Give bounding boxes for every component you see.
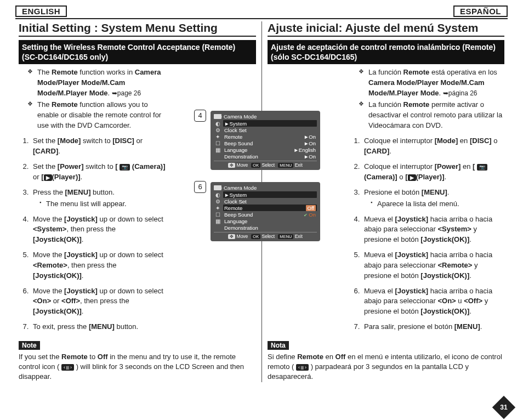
lcd: Camera Mode ◐⚙✦☐▦ ►System Clock Set Remo… bbox=[211, 182, 320, 241]
menu-badge: MENU bbox=[278, 163, 293, 168]
step: Coloque el interruptor [Power] en [ 📷 (C… bbox=[362, 162, 504, 183]
note-label-es: Nota bbox=[268, 341, 289, 350]
step: To exit, press the [MENU] button. bbox=[31, 322, 168, 332]
menu-item: Remote bbox=[224, 134, 242, 140]
step: Mueva el [Joystick] hacia arriba o hacia… bbox=[362, 286, 504, 317]
remote-icon: ‹⫼› bbox=[61, 364, 74, 371]
menu-item: Demonstration bbox=[224, 154, 258, 160]
lcd-icon-col: ◐⚙✦☐▦ bbox=[214, 120, 221, 160]
lcd: Camera Mode ◐⚙✦☐▦ ►System Clock Set Remo… bbox=[211, 111, 320, 170]
menu-item: System bbox=[229, 192, 247, 198]
menu-item: Clock Set bbox=[224, 127, 247, 133]
note-text-en: If you set the Remote to Off in the menu… bbox=[19, 352, 256, 382]
ok-badge: OK bbox=[251, 234, 260, 239]
intro-bullets-es: La función Remote está operativa en los … bbox=[350, 67, 504, 130]
language-row: ENGLISH ESPAÑOL bbox=[15, 5, 508, 17]
menu-item: Remote bbox=[224, 205, 242, 211]
lang-right: ESPAÑOL bbox=[453, 5, 508, 17]
move-icon: ✥ bbox=[228, 234, 235, 239]
lcd-icon-col: ◐⚙✦☐▦ bbox=[214, 191, 221, 231]
step: Para salir, presione el botón [MENU]. bbox=[362, 322, 504, 332]
menu-item: Beep Sound bbox=[224, 212, 253, 218]
step: Move the [Joystick] up or down to select… bbox=[31, 214, 168, 246]
step: Mueva el [Joystick] hacia arriba o hacia… bbox=[362, 250, 504, 281]
lcd-screenshots: 4 Camera Mode ◐⚙✦☐▦ ►System Clock Set Re… bbox=[211, 111, 326, 253]
lcd-screen-6: 6 Camera Mode ◐⚙✦☐▦ ►System Clock Set Re… bbox=[211, 182, 326, 241]
camera-icon: 📷 bbox=[120, 164, 130, 171]
play-icon: ▶ bbox=[408, 174, 416, 181]
bullet: The Remote function allows you to enable… bbox=[31, 100, 168, 131]
page-title-en: Initial Setting : System Menu Setting bbox=[19, 21, 256, 37]
lcd-hints: ✥ Move OK Select MENU Exit bbox=[214, 161, 317, 168]
remote-icon: ‹⫼› bbox=[296, 364, 309, 371]
section-bar-es: Ajuste de aceptación de control remoto i… bbox=[268, 40, 504, 64]
step: Move the [Joystick] up or down to select… bbox=[31, 250, 168, 281]
camera-icon: 📷 bbox=[477, 164, 487, 171]
camcorder-icon bbox=[214, 185, 221, 190]
menu-item: Demonstration bbox=[224, 225, 258, 231]
step-badge: 6 bbox=[194, 181, 206, 193]
step-badge: 4 bbox=[194, 110, 206, 122]
bullet: The Remote function works in Camera Mode… bbox=[31, 67, 168, 99]
note-block-en: Note If you set the Remote to Off in the… bbox=[19, 340, 256, 382]
note-label-en: Note bbox=[19, 341, 40, 350]
play-icon: ▶ bbox=[44, 174, 52, 181]
step: Coloque el interruptor [Mode] en [DISC] … bbox=[362, 136, 504, 157]
page-number-badge: 31 bbox=[492, 396, 515, 419]
steps-es: Coloque el interruptor [Mode] en [DISC] … bbox=[350, 136, 504, 332]
check-icon: ✔ bbox=[304, 213, 308, 218]
bullet: La función Remote permite activar o desa… bbox=[362, 100, 504, 131]
step: Mueva el [Joystick] hacia arriba o hacia… bbox=[362, 214, 504, 246]
step: Set the [Power] switch to [ 📷 (Camera)] … bbox=[31, 162, 168, 183]
note-block-es: Nota Si define Remote en Off en el menú … bbox=[268, 340, 504, 382]
menu-item: Language bbox=[224, 218, 247, 224]
value-off: Off bbox=[306, 205, 316, 211]
steps-en: Set the [Mode] switch to [DISC] or [CARD… bbox=[19, 136, 168, 332]
value-on: On bbox=[309, 212, 316, 218]
menu-badge: MENU bbox=[278, 234, 293, 239]
step: Presione el botón [MENU].Aparece la list… bbox=[362, 188, 504, 209]
lcd-mode: Camera Mode bbox=[224, 185, 257, 191]
menu-item: System bbox=[229, 121, 247, 127]
lcd-hints: ✥ Move OK Select MENU Exit bbox=[214, 232, 317, 239]
menu-item: Clock Set bbox=[224, 198, 247, 205]
lang-left: ENGLISH bbox=[15, 5, 67, 17]
lcd-screen-4: 4 Camera Mode ◐⚙✦☐▦ ►System Clock Set Re… bbox=[211, 111, 326, 170]
menu-item: Beep Sound bbox=[224, 140, 253, 146]
move-icon: ✥ bbox=[228, 163, 235, 168]
step: Move the [Joystick] up or down to select… bbox=[31, 286, 168, 317]
ok-badge: OK bbox=[251, 163, 260, 168]
divider bbox=[15, 18, 508, 19]
intro-bullets-en: The Remote function works in Camera Mode… bbox=[19, 67, 168, 130]
step: Press the [MENU] button.The menu list wi… bbox=[31, 188, 168, 209]
bullet: La función Remote está operativa en los … bbox=[362, 67, 504, 99]
note-text-es: Si define Remote en Off en el menú e int… bbox=[268, 352, 504, 382]
step: Set the [Mode] switch to [DISC] or [CARD… bbox=[31, 136, 168, 157]
menu-item: Language bbox=[224, 147, 247, 153]
lcd-mode: Camera Mode bbox=[224, 113, 257, 120]
section-bar-en: Setting the Wireless Remote Control Acce… bbox=[19, 40, 256, 64]
camcorder-icon bbox=[214, 114, 221, 119]
page-title-es: Ajuste inicial: Ajuste del menú System bbox=[268, 21, 504, 37]
